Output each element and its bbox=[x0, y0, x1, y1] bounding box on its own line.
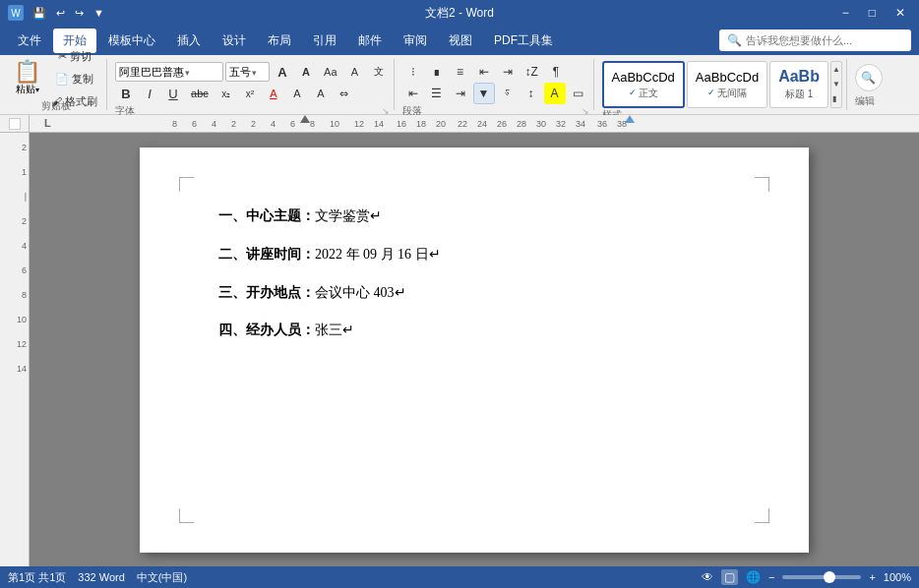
menu-mailings[interactable]: 邮件 bbox=[348, 29, 392, 53]
indent-marker[interactable] bbox=[300, 115, 310, 123]
strikethrough-btn[interactable]: abc bbox=[186, 83, 214, 104]
corner-br bbox=[755, 508, 769, 523]
italic-btn[interactable]: I bbox=[139, 83, 160, 104]
justify-btn[interactable]: ▼ bbox=[473, 83, 495, 104]
highlight-btn[interactable]: A bbox=[286, 83, 308, 104]
font-row1: 阿里巴巴普惠 五号 A A Aa A 文 bbox=[115, 61, 389, 83]
style-gallery-scroll[interactable]: ▲ ▼ ▮ bbox=[830, 61, 842, 108]
menu-file[interactable]: 文件 bbox=[8, 29, 51, 53]
align-center-btn[interactable]: ☰ bbox=[426, 83, 448, 104]
style-normal[interactable]: AaBbCcDd ✓ 正文 bbox=[602, 61, 685, 108]
read-view-btn[interactable]: 👁 bbox=[702, 570, 713, 584]
zoom-level[interactable]: 100% bbox=[884, 571, 911, 583]
decrease-indent-btn[interactable]: ⇤ bbox=[473, 61, 495, 83]
menu-insert[interactable]: 插入 bbox=[167, 29, 211, 53]
zoom-thumb bbox=[824, 571, 835, 583]
style-heading1[interactable]: AaBb 标题 1 bbox=[769, 61, 828, 108]
search-icon: 🔍 bbox=[727, 33, 742, 47]
shading-btn[interactable]: A bbox=[544, 83, 566, 104]
font-name-combo[interactable]: 阿里巴巴普惠 bbox=[115, 62, 223, 82]
menu-bar: 文件 开始 模板中心 插入 设计 布局 引用 邮件 审阅 视图 PDF工具集 🔍 bbox=[0, 26, 919, 55]
clipboard-label: 剪贴板 bbox=[41, 99, 71, 113]
font-shrink-btn[interactable]: A bbox=[295, 61, 317, 83]
menu-design[interactable]: 设计 bbox=[213, 29, 256, 53]
layout-view-btn[interactable]: ▢ bbox=[721, 569, 738, 585]
redo-quick-btn[interactable]: ↪ bbox=[72, 6, 87, 21]
superscript-btn[interactable]: x² bbox=[239, 83, 261, 104]
underline-btn[interactable]: U bbox=[162, 83, 184, 104]
menu-review[interactable]: 审阅 bbox=[394, 29, 437, 53]
search-replace-btn[interactable]: 🔍 bbox=[855, 64, 883, 91]
subscript-btn[interactable]: x₂ bbox=[215, 83, 237, 104]
menu-layout[interactable]: 布局 bbox=[258, 29, 301, 53]
menu-pdf[interactable]: PDF工具集 bbox=[484, 29, 563, 53]
show-marks-btn[interactable]: ¶ bbox=[545, 61, 567, 83]
doc-line-1-label: 一、中心主题： bbox=[218, 208, 315, 223]
search-input[interactable] bbox=[746, 34, 903, 46]
doc-line-4-label: 四、经办人员： bbox=[218, 323, 315, 337]
web-view-btn[interactable]: 🌐 bbox=[746, 570, 761, 584]
restore-btn[interactable]: □ bbox=[863, 5, 882, 21]
column-btn[interactable]: ⸉ bbox=[497, 83, 519, 104]
align-right-btn[interactable]: ⇥ bbox=[450, 83, 471, 104]
clear-format-btn[interactable]: A bbox=[344, 61, 366, 83]
font-shade-btn[interactable]: A bbox=[310, 83, 332, 104]
corner-bl bbox=[179, 508, 194, 523]
font-group: 阿里巴巴普惠 五号 A A Aa A 文 B I U abc x₂ x² A A… bbox=[111, 59, 394, 110]
menu-references[interactable]: 引用 bbox=[303, 29, 346, 53]
copy-btn[interactable]: 📄 复制 bbox=[46, 69, 102, 89]
style-no-spacing[interactable]: AaBbCcDd ✓ 无间隔 bbox=[687, 61, 767, 108]
char-spacing-btn[interactable]: ⇔ bbox=[334, 83, 355, 104]
bullets-btn[interactable]: ⁝ bbox=[402, 61, 424, 83]
cut-btn[interactable]: ✂ 剪切 bbox=[46, 46, 102, 67]
status-bar: 第1页 共1页 332 Word 中文(中国) 👁 ▢ 🌐 − + 100% bbox=[0, 566, 919, 588]
document-page: 一、中心主题：文学鉴赏↵ 二、讲座时间：2022 年 09 月 16 日↵ 三、… bbox=[140, 147, 809, 553]
clipboard-secondary: ✂ 剪切 📄 复制 🖌 格式刷 bbox=[46, 59, 102, 98]
horizontal-ruler: 8 6 4 2 2 4 6 8 10 12 14 16 18 20 22 24 … bbox=[30, 115, 919, 133]
para-row2: ⇤ ☰ ⇥ ▼ ⸉ ↕ A ▭ bbox=[402, 83, 589, 104]
ribbon-toolbar: 📋 粘贴▾ ✂ 剪切 📄 复制 🖌 格式刷 剪贴板 ↘ 阿里巴巴普惠 五号 A … bbox=[0, 55, 919, 115]
numbering-btn[interactable]: ∎ bbox=[426, 61, 448, 83]
customize-quick-btn[interactable]: ▼ bbox=[91, 6, 107, 20]
align-left-btn[interactable]: ⇤ bbox=[402, 83, 424, 104]
menu-view[interactable]: 视图 bbox=[439, 29, 482, 53]
minimize-btn[interactable]: − bbox=[836, 5, 855, 21]
bold-btn[interactable]: B bbox=[115, 83, 137, 104]
close-btn[interactable]: ✕ bbox=[889, 5, 911, 21]
doc-line-4: 四、经办人员：张三↵ bbox=[218, 316, 730, 346]
window-controls: − □ ✕ bbox=[836, 5, 911, 21]
increase-indent-btn[interactable]: ⇥ bbox=[497, 61, 519, 83]
paste-btn[interactable]: 📋 粘贴▾ bbox=[10, 59, 44, 98]
save-quick-btn[interactable]: 💾 bbox=[30, 6, 49, 21]
font-color-btn[interactable]: A bbox=[263, 83, 284, 104]
ruler-corner bbox=[0, 115, 29, 133]
zoom-out-btn[interactable]: − bbox=[768, 571, 774, 583]
font-size-combo[interactable]: 五号 bbox=[225, 62, 270, 82]
multilevel-btn[interactable]: ≡ bbox=[450, 61, 471, 83]
document-content[interactable]: 一、中心主题：文学鉴赏↵ 二、讲座时间：2022 年 09 月 16 日↵ 三、… bbox=[218, 202, 730, 346]
font-case-btn[interactable]: Aa bbox=[319, 61, 341, 83]
word-app-icon: W bbox=[8, 5, 24, 21]
line-spacing-btn[interactable]: ↕ bbox=[521, 83, 542, 104]
tab-type-indicator[interactable]: L bbox=[44, 117, 51, 129]
sort-btn[interactable]: ↕Z bbox=[521, 61, 543, 83]
editing-label: 编辑 bbox=[855, 94, 883, 108]
font-grow-btn[interactable]: A bbox=[272, 61, 293, 83]
zoom-slider[interactable] bbox=[782, 575, 861, 579]
menu-template[interactable]: 模板中心 bbox=[98, 29, 165, 53]
window-title: 文档2 - Word bbox=[425, 5, 494, 22]
paste-icon: 📋 bbox=[14, 61, 40, 83]
doc-line-3-label: 三、开办地点： bbox=[218, 285, 315, 300]
zoom-in-btn[interactable]: + bbox=[869, 571, 875, 583]
title-bar-left: W 💾 ↩ ↪ ▼ bbox=[8, 5, 107, 21]
doc-line-2-value: 2022 年 09 月 16 日↵ bbox=[315, 247, 441, 262]
border-btn[interactable]: ▭ bbox=[568, 83, 589, 104]
title-bar: W 💾 ↩ ↪ ▼ 文档2 - Word − □ ✕ bbox=[0, 0, 919, 26]
para-row1: ⁝ ∎ ≡ ⇤ ⇥ ↕Z ¶ bbox=[402, 61, 589, 83]
undo-quick-btn[interactable]: ↩ bbox=[53, 6, 68, 21]
main-content-area: 8 6 4 2 2 4 6 8 10 12 14 16 18 20 22 24 … bbox=[30, 115, 919, 567]
phonetic-btn[interactable]: 文 bbox=[368, 61, 390, 83]
word-count: 332 Word bbox=[78, 571, 125, 583]
right-indent-marker[interactable] bbox=[625, 115, 635, 123]
document-scroll-area[interactable]: 一、中心主题：文学鉴赏↵ 二、讲座时间：2022 年 09 月 16 日↵ 三、… bbox=[30, 133, 919, 567]
